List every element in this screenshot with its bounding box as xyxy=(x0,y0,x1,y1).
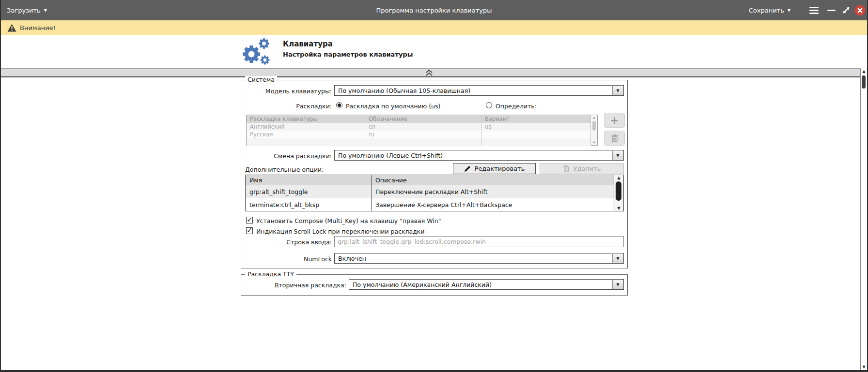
table-row[interactable]: grp:alt_shift_toggle Переключение раскла… xyxy=(246,185,614,198)
column-header: Описание xyxy=(372,175,614,185)
warning-icon xyxy=(7,24,16,32)
layout-switch-select[interactable]: По умолчанию (Левые Ctrl+Shift) ▼ xyxy=(334,150,624,161)
secondary-layout-label: Вторичная раскладка: xyxy=(201,282,346,289)
collapse-up-icon[interactable] xyxy=(425,70,433,76)
table-row: Русская ru xyxy=(247,131,591,138)
cell-layout-variant xyxy=(481,131,591,138)
scroll-up-icon: ▲ xyxy=(591,116,597,119)
layouts-table-scrollbar: ▲ ▼ xyxy=(590,115,597,145)
scroll-up-icon[interactable]: ▲ xyxy=(614,176,623,180)
scrollbar-thumb[interactable] xyxy=(616,181,621,201)
compose-checkbox-label[interactable]: Установить Compose (Multi_Key) на клавиш… xyxy=(256,217,441,224)
layout-switch-label: Смена раскладки: xyxy=(186,152,332,160)
layout-switch-value: По умолчанию (Левые Ctrl+Shift) xyxy=(338,152,443,159)
remove-layout-button[interactable] xyxy=(604,131,625,146)
plus-icon: + xyxy=(610,115,619,126)
layout-default-radio[interactable] xyxy=(336,102,342,108)
minimize-icon[interactable] xyxy=(826,0,836,20)
titlebar: Загрузить ▼ Программа настройки клавиату… xyxy=(0,0,868,20)
cell-layout-name: Русская xyxy=(247,131,365,138)
options-table-scrollbar[interactable]: ▲ ▼ xyxy=(614,175,624,211)
save-menu-button[interactable]: Сохранить ▼ xyxy=(749,0,790,20)
input-string-label: Строка ввода: xyxy=(186,238,332,246)
cell-layout-code: ru xyxy=(365,131,481,138)
window-border xyxy=(0,0,1,372)
options-table-header: Имя Описание xyxy=(246,175,614,186)
module-title: Клавиатура xyxy=(283,40,333,48)
cell-option-description: Переключение раскладки Alt+Shift xyxy=(372,185,614,198)
scroll-up-icon[interactable]: ▲ xyxy=(861,69,867,74)
extra-options-label: Дополнительные опции: xyxy=(245,166,324,173)
trash-icon xyxy=(611,134,619,142)
expand-icon[interactable] xyxy=(841,0,852,20)
column-header: Вариант xyxy=(481,115,591,123)
layout-custom-radio[interactable] xyxy=(486,102,492,108)
scrollbar-thumb xyxy=(592,121,596,131)
secondary-layout-value: По умолчанию (Американский Английский) xyxy=(353,281,492,288)
input-string-field[interactable] xyxy=(334,236,624,247)
edit-option-label: Редактировать xyxy=(475,165,525,172)
chevron-down-icon[interactable]: ▼ xyxy=(612,151,623,160)
options-table: Имя Описание grp:alt_shift_toggle Перекл… xyxy=(245,175,614,211)
hamburger-menu-icon[interactable] xyxy=(808,0,820,20)
chevron-down-icon[interactable]: ▼ xyxy=(612,86,623,95)
scroll-down-icon: ▼ xyxy=(591,141,597,145)
table-row: Английский en us xyxy=(247,123,591,131)
trash-icon xyxy=(563,165,570,172)
cell-option-description: Завершение X-сервера Ctrl+Alt+Backspace xyxy=(372,198,614,211)
tty-group-legend: Раскладка TTY xyxy=(245,270,296,278)
warning-banner: Внимание! xyxy=(1,20,867,35)
scroll-down-icon[interactable]: ▼ xyxy=(614,206,623,210)
module-header: Клавиатура Настройка параметров клавиату… xyxy=(1,35,867,68)
module-subtitle: Настройка параметров клавиатуры xyxy=(283,51,413,58)
keyboard-settings-window: Загрузить ▼ Программа настройки клавиату… xyxy=(0,0,868,372)
chevron-down-icon[interactable]: ▼ xyxy=(612,254,623,263)
layouts-table-header: Раскладка клавиатуры Обозначение Вариант xyxy=(247,115,591,123)
cell-option-name: grp:alt_shift_toggle xyxy=(246,185,372,198)
pencil-icon xyxy=(464,165,471,172)
scrolllock-checkbox[interactable]: ✓ xyxy=(246,227,253,234)
scroll-down-icon[interactable]: ▼ xyxy=(861,365,867,369)
cell-layout-code: en xyxy=(365,123,481,131)
layouts-label: Раскладки: xyxy=(186,103,332,110)
compose-checkbox[interactable]: ✓ xyxy=(246,217,253,223)
window-border xyxy=(0,370,868,372)
add-layout-button[interactable]: + xyxy=(604,113,625,128)
page-scrollbar[interactable]: ▲ ▼ xyxy=(860,68,867,370)
numlock-label: NumLock xyxy=(186,255,332,263)
collapse-bar[interactable] xyxy=(1,68,861,77)
cell-layout-variant: us xyxy=(481,123,591,131)
edit-option-button[interactable]: Редактировать xyxy=(453,163,536,174)
keyboard-model-label: Модель клавиатуры: xyxy=(186,88,332,95)
close-circle-icon xyxy=(854,5,866,16)
layouts-table: Раскладка клавиатуры Обозначение Вариант… xyxy=(246,115,598,146)
table-row-empty xyxy=(247,138,591,146)
system-group-legend: Система xyxy=(245,76,277,83)
gears-icon xyxy=(241,38,273,67)
layout-default-radio-label[interactable]: Раскладка по умолчанию (us) xyxy=(346,103,440,110)
cell-layout-name: Английский xyxy=(247,123,365,131)
chevron-down-icon[interactable]: ▼ xyxy=(612,280,623,289)
cell-option-name: terminate:ctrl_alt_bksp xyxy=(246,198,372,211)
window-title: Программа настройки клавиатуры xyxy=(0,0,868,20)
scrollbar-thumb[interactable] xyxy=(862,75,866,89)
secondary-layout-select[interactable]: По умолчанию (Американский Английский) ▼ xyxy=(349,279,624,290)
keyboard-model-select[interactable]: По умолчанию (Обычная 105-клавишная) ▼ xyxy=(334,85,624,96)
expand-arrow-icon xyxy=(841,5,851,15)
keyboard-model-value: По умолчанию (Обычная 105-клавишная) xyxy=(338,87,470,94)
chevron-down-icon: ▼ xyxy=(788,8,790,13)
numlock-value: Включен xyxy=(338,255,366,262)
save-menu-label: Сохранить xyxy=(749,7,784,14)
delete-option-button[interactable]: Удалить xyxy=(540,163,624,174)
scrolllock-checkbox-label[interactable]: Индикация Scroll Lock при переключении р… xyxy=(256,228,425,235)
column-header: Имя xyxy=(246,175,372,185)
column-header: Обозначение xyxy=(365,115,481,123)
close-icon[interactable] xyxy=(853,0,866,20)
warning-text: Внимание! xyxy=(20,24,56,31)
layout-custom-radio-label[interactable]: Определить: xyxy=(496,103,537,110)
column-header: Раскладка клавиатуры xyxy=(247,115,365,123)
delete-option-label: Удалить xyxy=(574,165,601,172)
table-row[interactable]: terminate:ctrl_alt_bksp Завершение X-сер… xyxy=(246,198,614,211)
numlock-select[interactable]: Включен ▼ xyxy=(334,253,624,264)
